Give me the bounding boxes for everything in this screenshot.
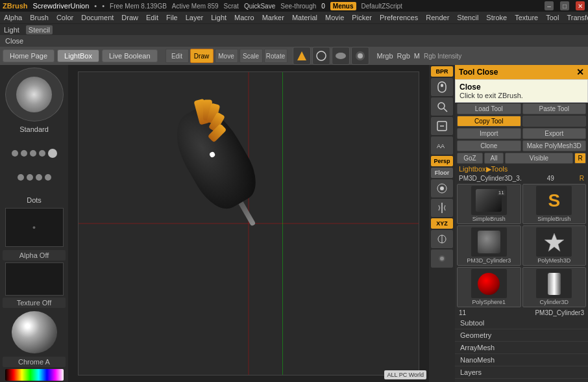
menu-item-document[interactable]: Document [80, 14, 115, 21]
menu-item-render[interactable]: Render [424, 14, 450, 21]
all-btn[interactable]: All [484, 153, 504, 164]
brush-circle-icon[interactable] [312, 47, 330, 65]
menu-item-movie[interactable]: Movie [324, 14, 345, 21]
mrgb-btn[interactable]: Mrgb [377, 52, 393, 60]
tab-lightbox[interactable]: LightBox [57, 49, 99, 62]
visible-btn[interactable]: Visible [505, 153, 573, 164]
menu-item-stencil[interactable]: Stencil [456, 14, 480, 21]
active-mem: Active Mem 859 [172, 3, 219, 10]
floor-btn[interactable]: Floor [431, 168, 453, 178]
load-tool-btn[interactable]: Load Tool [457, 103, 521, 114]
win-maximize-btn[interactable]: □ [560, 1, 569, 10]
mode-draw-btn[interactable]: Draw [190, 49, 214, 63]
tool-thumb-cylinder3d[interactable]: Cylinder3D [522, 267, 587, 307]
mode-rotate-btn[interactable]: Rotate [264, 49, 288, 63]
menu-item-transform[interactable]: Transform [565, 14, 588, 21]
color-strip[interactable] [5, 369, 64, 381]
tool-thumb-simple-brush[interactable]: S SimpleBrush [522, 184, 587, 224]
menu-item-color[interactable]: Color [55, 14, 75, 21]
paste-tool-btn[interactable]: Paste Tool [522, 103, 587, 114]
tab-home-page[interactable]: Home Page [3, 49, 55, 62]
goz-btn[interactable]: GoZ [457, 153, 483, 164]
actual-btn[interactable] [431, 117, 453, 135]
subtool-item-subtool[interactable]: Subtool [455, 317, 588, 329]
pm3d-bottom-num: 11 [459, 309, 466, 316]
texture-off-box[interactable] [5, 262, 64, 296]
submenu-stencil[interactable]: Stencil [26, 25, 53, 34]
tool-name: ScrewdriverUnion [33, 2, 90, 10]
win-close-btn[interactable]: ✕ [576, 1, 585, 10]
right-toolbar: BPR AA Persp Floor XYZ [429, 65, 455, 382]
menu-item-tool[interactable]: Tool [545, 14, 560, 21]
mode-move-btn[interactable]: Move [215, 49, 238, 63]
mode-scale-btn[interactable]: Scale [239, 49, 263, 63]
menu-item-light[interactable]: Light [210, 14, 228, 21]
lsym-btn[interactable] [431, 199, 453, 217]
panel-row-2: Copy Tool [455, 115, 588, 127]
tool-thumb-pm3d[interactable]: PM3D_Cylinder3 [457, 225, 521, 266]
menu-item-preferences[interactable]: Preferences [378, 14, 419, 21]
menu-item-edit[interactable]: Edit [145, 14, 160, 21]
xyz-btn[interactable]: XYZ [431, 218, 453, 229]
aahalf-btn[interactable]: AA [431, 136, 453, 155]
menu-item-picker[interactable]: Picker [350, 14, 373, 21]
submenu-light[interactable]: Light [3, 26, 21, 34]
tab-live-boolean[interactable]: Live Boolean [102, 49, 158, 62]
pm3d-num: 49 [547, 175, 554, 182]
menu-item-marker[interactable]: Marker [261, 14, 286, 21]
see-through-btn[interactable]: See-through [280, 3, 316, 10]
bpr-btn[interactable]: BPR [431, 66, 453, 77]
quick-save-btn[interactable]: QuickSave [244, 3, 275, 10]
m-btn[interactable]: M [414, 52, 420, 60]
make-polymesh-btn[interactable]: Make PolyMesh3D [522, 140, 587, 151]
copy-tool-btn[interactable]: Copy Tool [457, 116, 521, 127]
tool-thumb-polymesh[interactable]: PolyMesh3D [522, 225, 587, 266]
mode-edit-btn[interactable]: Edit [165, 49, 189, 63]
tool-icon2[interactable] [431, 249, 453, 268]
left-panel: Standard Dots ● Alpha Off Texture Off Ch… [0, 65, 68, 382]
subtool-item-geometry[interactable]: Geometry [455, 329, 588, 342]
brush-shape-icon[interactable] [293, 47, 311, 65]
win-minimize-btn[interactable]: – [545, 1, 554, 10]
subtool-item-fibermesh[interactable]: FiberMesh [455, 379, 588, 382]
export-btn[interactable]: Export [522, 128, 587, 139]
subtool-item-arraymesh[interactable]: ArrayMesh [455, 342, 588, 354]
tooltip-desc: Click to exit ZBrush. [459, 92, 583, 99]
menu-item-brush[interactable]: Brush [29, 14, 50, 21]
menu-item-draw[interactable]: Draw [120, 14, 140, 21]
close-x-btn[interactable]: ✕ [576, 67, 584, 77]
free-mem: Free Mem 8.139GB [110, 3, 167, 10]
scroll-btn[interactable] [431, 78, 453, 96]
menu-item-material[interactable]: Material [291, 14, 319, 21]
standard-brush-preview[interactable] [5, 68, 64, 121]
tool-thumb-polysphere[interactable]: PolySphere1 [457, 267, 521, 307]
menu-item-alpha[interactable]: Alpha [3, 14, 23, 21]
local-btn[interactable] [431, 179, 453, 197]
zoom-btn[interactable] [431, 97, 453, 116]
lightbox-tools-label[interactable]: Lightbox▶Tools [455, 164, 588, 174]
menu-item-stroke[interactable]: Stroke [485, 14, 508, 21]
alpha-off-box[interactable]: ● [5, 208, 64, 247]
dots-preview[interactable] [5, 137, 64, 192]
brush-type2-icon[interactable] [351, 47, 369, 65]
chrome-sphere[interactable] [12, 311, 57, 353]
subtool-item-nanomesh[interactable]: NanoMesh [455, 354, 588, 366]
clone-btn[interactable]: Clone [457, 140, 521, 151]
menu-item-texture[interactable]: Texture [513, 14, 539, 21]
subtool-item-layers[interactable]: Layers [455, 366, 588, 379]
r-btn[interactable]: R [574, 153, 586, 164]
tool-thumb-1[interactable]: 11 SimpleBrush [457, 184, 521, 224]
menu-item-layer[interactable]: Layer [184, 14, 205, 21]
menu-item-macro[interactable]: Macro [233, 14, 256, 21]
tool-close-label: Tool Close [459, 68, 498, 77]
menu-item-file[interactable]: File [165, 14, 179, 21]
canvas-area[interactable]: ALL PC World [68, 65, 429, 382]
brush-type1-icon[interactable] [332, 47, 350, 65]
rgb-btn[interactable]: Rgb [397, 52, 410, 60]
thumb5-label: Cylinder3D [539, 299, 569, 305]
persp-btn[interactable]: Persp [431, 156, 453, 166]
close-label[interactable]: Close [5, 37, 23, 45]
import-btn[interactable]: Import [457, 128, 521, 139]
tool-icon1[interactable] [431, 230, 453, 248]
menus-btn[interactable]: Menus [330, 2, 356, 10]
